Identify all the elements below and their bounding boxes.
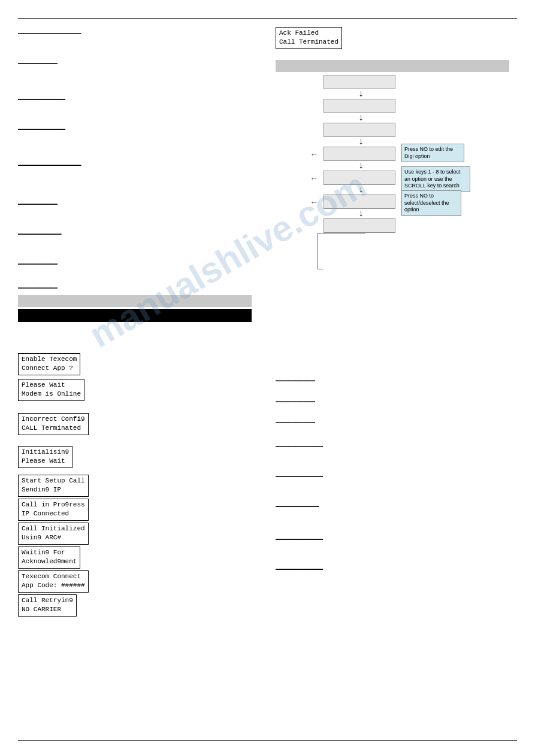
flow-arrow-1: ↓ [358, 89, 364, 99]
left-gray-banner [18, 295, 252, 307]
ack-failed-text: Ack Failed Call Terminated [276, 27, 342, 49]
left-line-4: ____________ [18, 123, 65, 131]
flow-left-arrow-3: ← [312, 198, 316, 207]
top-rule [18, 18, 517, 19]
right-ul-6: ___________ [276, 500, 319, 508]
left-line-3: ____________ [18, 93, 65, 101]
flow-box-5 [324, 171, 395, 185]
waiting-ack-lcd: Waitin9 For Acknowled9ment [18, 546, 80, 569]
flow-arrow-6: ↓ [358, 209, 364, 218]
call-initialized-lcd: Call Initialized Usin9 ARC# [18, 523, 89, 545]
flow-arrow-3: ↓ [358, 137, 364, 147]
left-black-banner [18, 309, 252, 322]
watermark: manualshlive.com [83, 165, 373, 356]
right-ul-1: __________ [276, 374, 315, 382]
flow-box-3 [324, 123, 395, 137]
right-ul-8: ____________ [276, 563, 323, 571]
right-ul-5: ____________ [276, 470, 323, 478]
left-line-6: __________ [18, 198, 58, 206]
flow-box-1 [324, 75, 395, 89]
please-wait-lcd: Please Wait Modem is Online [18, 379, 84, 401]
left-line-9: __________ [18, 281, 58, 290]
flow-box-7 [324, 218, 395, 233]
right-ul-7: ____________ [276, 533, 323, 541]
callout-3: Press NO to select/deselect the option [401, 190, 461, 216]
left-line-5: ________________ [18, 159, 81, 167]
callout-2: Use keys 1 - 8 to select an option or us… [401, 166, 470, 192]
flow-arrow-4: ↓ [358, 161, 364, 171]
flow-left-arrow-2: ← [312, 174, 316, 183]
flow-left-arrow-1: ← [312, 150, 316, 159]
flow-box-2 [324, 99, 395, 113]
left-line-8: __________ [18, 257, 58, 266]
right-gray-banner [276, 60, 509, 72]
left-line-7: ___________ [18, 227, 62, 236]
flow-arrow-2: ↓ [358, 113, 364, 123]
flow-loop-bottom [318, 269, 324, 269]
flow-loop-left [318, 233, 318, 269]
flow-arrow-5: ↓ [358, 185, 364, 195]
right-ul-3: __________ [276, 416, 315, 424]
flow-box-4 [324, 147, 395, 161]
ack-failed-lcd: Ack Failed Call Terminated [276, 27, 342, 49]
bottom-rule [18, 740, 517, 741]
right-ul-2: __________ [276, 395, 315, 403]
page: manualshlive.com Ack Failed Call Termina… [0, 0, 535, 756]
right-ul-4: ____________ [276, 440, 323, 448]
initialising-lcd: Initialisin9 Please Wait [18, 446, 72, 468]
call-retrying-lcd: Call Retryin9 NO CARRIER [18, 594, 77, 617]
call-in-progress-lcd: Call in Pro9ress IP Connected [18, 499, 89, 521]
left-line-1: ________________ [18, 27, 81, 35]
incorrect-config-lcd: Incorrect Confi9 CALL Terminated [18, 413, 89, 435]
start-setup-call-lcd: Start Setup Call Sendin9 IP [18, 475, 89, 497]
flow-box-6 [324, 195, 395, 209]
callout-1: Press NO to edit the Digi option [401, 144, 464, 162]
enable-texecom-lcd: Enable Texecom Connect App ? [18, 353, 80, 375]
flow-loop-line [318, 233, 365, 233]
left-line-2: __________ [18, 57, 58, 65]
texecom-connect-app-lcd: Texecom Connect App Code: ###### [18, 570, 89, 593]
